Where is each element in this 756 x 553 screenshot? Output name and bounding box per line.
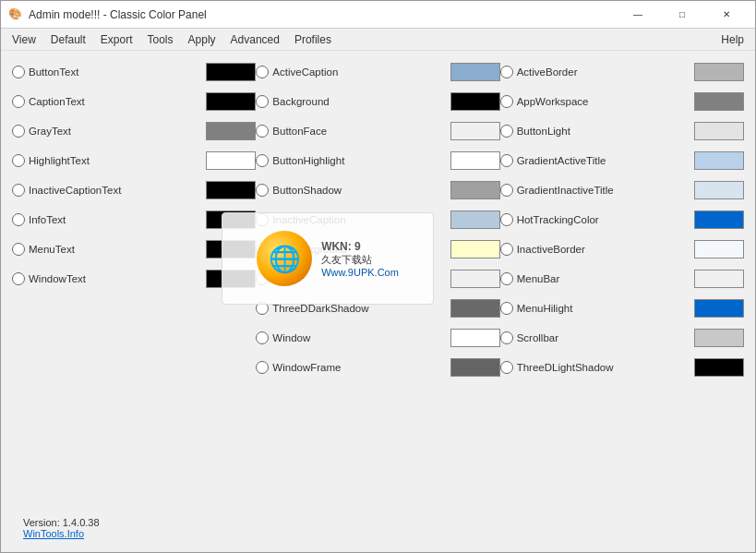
- list-item: HighlightText: [12, 147, 256, 174]
- minimize-button[interactable]: —: [617, 1, 659, 29]
- column-3: ActiveBorder AppWorkspace ButtonLight: [500, 58, 744, 511]
- radio-highlighttext[interactable]: [12, 154, 25, 167]
- label-gradientinactivetitle: GradientInactiveTitle: [517, 185, 690, 196]
- swatch-scrollbar[interactable]: [694, 329, 744, 347]
- radio-threedlightshadow[interactable]: [500, 361, 513, 374]
- swatch-buttonface[interactable]: [450, 122, 500, 140]
- swatch-threeddarkshadow[interactable]: [450, 299, 500, 318]
- list-item: MenuHilight: [500, 295, 744, 322]
- radio-captiontext[interactable]: [12, 95, 25, 108]
- radio-background[interactable]: [256, 95, 269, 108]
- swatch-appworkspace[interactable]: [694, 92, 744, 111]
- swatch-inactivecaptiontext[interactable]: [206, 181, 256, 199]
- radio-windowtext[interactable]: [12, 272, 25, 285]
- label-captiontext: CaptionText: [29, 96, 202, 107]
- list-item: InactiveBorder: [500, 235, 744, 263]
- list-item: Window: [256, 324, 499, 352]
- swatch-gradientactivetitle[interactable]: [694, 151, 744, 170]
- radio-menuhilight[interactable]: [500, 302, 513, 315]
- menu-help[interactable]: Help: [714, 30, 751, 49]
- menu-advanced[interactable]: Advanced: [223, 30, 287, 49]
- menu-default[interactable]: Default: [43, 30, 93, 49]
- menu-tools[interactable]: Tools: [140, 30, 181, 49]
- list-item: GradientActiveTitle: [500, 147, 744, 174]
- swatch-graytext[interactable]: [206, 122, 256, 140]
- label-threedlightshadow: ThreeDLightShadow: [517, 362, 690, 373]
- swatch-menu[interactable]: [450, 270, 500, 288]
- watermark-text: WKN: 9 久友下载站 Www.9UPK.Com: [321, 240, 399, 278]
- list-item: InfoText: [12, 206, 256, 234]
- label-infotext: InfoText: [29, 214, 202, 225]
- swatch-threedlightshadow[interactable]: [694, 358, 744, 377]
- swatch-background[interactable]: [450, 92, 500, 111]
- radio-gradientinactivetitle[interactable]: [500, 184, 513, 197]
- swatch-buttonshadow[interactable]: [450, 181, 500, 199]
- swatch-buttontext[interactable]: [206, 63, 256, 81]
- swatch-inactiveborder[interactable]: [694, 240, 744, 258]
- menu-apply[interactable]: Apply: [181, 30, 223, 49]
- radio-gradientactivetitle[interactable]: [500, 154, 513, 167]
- swatch-menuhilight[interactable]: [694, 299, 744, 318]
- radio-hottrackingcolor[interactable]: [500, 213, 513, 226]
- menu-bar: View Default Export Tools Apply Advanced…: [1, 29, 755, 51]
- swatch-window[interactable]: [450, 329, 500, 347]
- radio-appworkspace[interactable]: [500, 95, 513, 108]
- column-1: ButtonText CaptionText GrayText: [12, 58, 256, 511]
- radio-activecaption[interactable]: [256, 66, 269, 78]
- radio-buttonlight[interactable]: [500, 125, 513, 138]
- radio-buttontext[interactable]: [12, 66, 25, 78]
- swatch-highlighttext[interactable]: [206, 151, 256, 170]
- label-window: Window: [272, 332, 446, 343]
- radio-buttonshadow[interactable]: [256, 184, 269, 197]
- swatch-buttonhighlight[interactable]: [450, 151, 500, 170]
- label-windowtext: WindowText: [29, 273, 202, 284]
- label-menutext: MenuText: [29, 244, 202, 255]
- radio-graytext[interactable]: [12, 125, 25, 138]
- label-buttonface: ButtonFace: [272, 126, 446, 137]
- list-item: InactiveCaptionText: [12, 176, 256, 204]
- swatch-activecaption[interactable]: [450, 63, 500, 81]
- radio-windowframe[interactable]: [256, 361, 269, 374]
- wintools-link[interactable]: WinTools.Info: [23, 528, 100, 539]
- radio-menutext[interactable]: [12, 243, 25, 256]
- radio-infotext[interactable]: [12, 213, 25, 226]
- swatch-buttonlight[interactable]: [694, 122, 744, 140]
- window-title: Admin mode!!! - Classic Color Panel: [29, 8, 207, 21]
- swatch-infobackground[interactable]: [450, 240, 500, 258]
- label-hottrackingcolor: HotTrackingColor: [517, 214, 690, 225]
- watermark-line2: 久友下载站: [321, 253, 399, 267]
- list-item: MenuText: [12, 235, 256, 263]
- radio-inactivecaptiontext[interactable]: [12, 184, 25, 197]
- menu-export[interactable]: Export: [93, 30, 140, 49]
- list-item: WindowFrame: [256, 354, 499, 381]
- radio-buttonhighlight[interactable]: [256, 154, 269, 167]
- label-buttontext: ButtonText: [29, 66, 202, 78]
- label-appworkspace: AppWorkspace: [517, 96, 690, 107]
- radio-menubar[interactable]: [500, 272, 513, 285]
- swatch-inactivecaption[interactable]: [450, 210, 500, 229]
- close-button[interactable]: ✕: [705, 1, 748, 29]
- label-buttonshadow: ButtonShadow: [272, 185, 446, 196]
- swatch-menubar[interactable]: [694, 270, 744, 288]
- menu-profiles[interactable]: Profiles: [287, 30, 339, 49]
- label-scrollbar: Scrollbar: [517, 332, 690, 343]
- label-inactivecaptiontext: InactiveCaptionText: [29, 185, 202, 196]
- radio-window[interactable]: [256, 331, 269, 344]
- list-item: ButtonFace: [256, 117, 499, 145]
- radio-scrollbar[interactable]: [500, 331, 513, 344]
- radio-activeborder[interactable]: [500, 66, 513, 78]
- radio-buttonface[interactable]: [256, 125, 269, 138]
- swatch-captiontext[interactable]: [206, 92, 256, 111]
- watermark-logo: 🌐: [257, 231, 312, 286]
- radio-inactiveborder[interactable]: [500, 243, 513, 256]
- swatch-activeborder[interactable]: [694, 63, 744, 81]
- swatch-hottrackingcolor[interactable]: [694, 210, 744, 229]
- swatch-windowframe[interactable]: [450, 358, 500, 377]
- label-buttonlight: ButtonLight: [517, 126, 690, 137]
- list-item: ButtonText: [12, 58, 256, 86]
- maximize-button[interactable]: □: [661, 1, 703, 29]
- list-item: HotTrackingColor: [500, 206, 744, 234]
- menu-view[interactable]: View: [5, 30, 43, 49]
- app-icon: 🎨: [8, 7, 23, 22]
- swatch-gradientinactivetitle[interactable]: [694, 181, 744, 199]
